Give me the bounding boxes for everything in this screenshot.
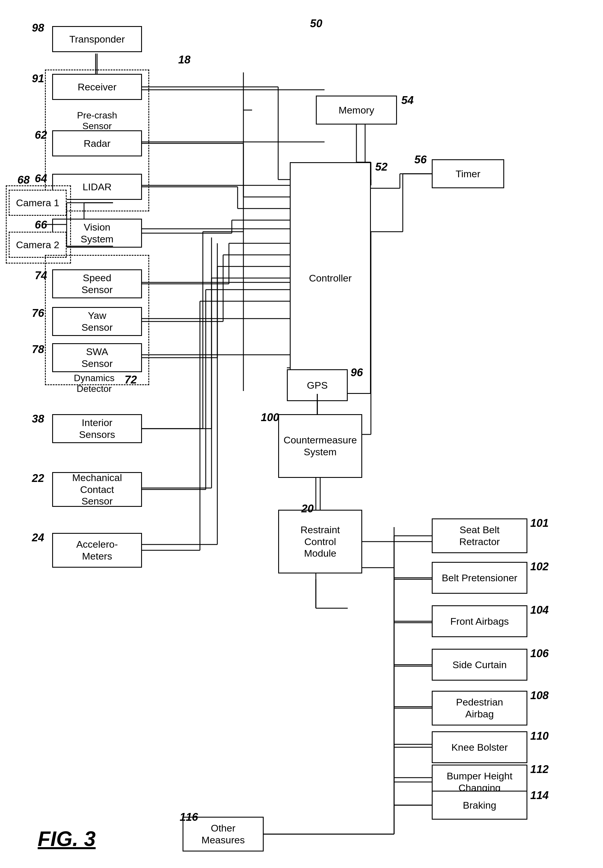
number-91: 91 bbox=[32, 72, 44, 85]
number-56: 56 bbox=[414, 154, 427, 166]
number-112: 112 bbox=[530, 763, 549, 775]
restraint-control-box: RestraintControlModule bbox=[278, 510, 362, 574]
front-airbags-box: Front Airbags bbox=[432, 605, 527, 637]
number-72: 72 bbox=[125, 374, 137, 386]
number-62: 62 bbox=[35, 129, 47, 141]
number-18: 18 bbox=[178, 54, 190, 66]
number-38: 38 bbox=[32, 413, 44, 425]
mechanical-contact-box: MechanicalContactSensor bbox=[52, 472, 142, 507]
number-100: 100 bbox=[261, 411, 279, 424]
interior-sensors-box: InteriorSensors bbox=[52, 414, 142, 443]
braking-box: Braking bbox=[432, 791, 527, 820]
yaw-sensor-box: YawSensor bbox=[52, 307, 142, 336]
accelerometers-box: Accelero-Meters bbox=[52, 533, 142, 568]
number-20: 20 bbox=[302, 503, 314, 515]
number-104: 104 bbox=[530, 604, 549, 616]
seat-belt-box: Seat BeltRetractor bbox=[432, 518, 527, 553]
number-106: 106 bbox=[530, 647, 549, 660]
swa-sensor-box: SWASensor bbox=[52, 343, 142, 372]
number-102: 102 bbox=[530, 560, 549, 573]
number-98: 98 bbox=[32, 22, 44, 34]
figure-label: FIG. 3 bbox=[38, 827, 96, 851]
number-96: 96 bbox=[351, 366, 363, 379]
knee-bolster-box: Knee Bolster bbox=[432, 731, 527, 763]
gps-box: GPS bbox=[287, 369, 348, 401]
diagram-number-50: 50 bbox=[310, 17, 322, 30]
belt-pretensioner-box: Belt Pretensioner bbox=[432, 562, 527, 594]
transponder-box: Transponder bbox=[52, 26, 142, 52]
speed-sensor-box: SpeedSensor bbox=[52, 269, 142, 298]
number-101: 101 bbox=[530, 517, 549, 529]
controller-box: Controller bbox=[290, 162, 371, 394]
number-64: 64 bbox=[35, 172, 47, 185]
number-76: 76 bbox=[32, 307, 44, 319]
number-24: 24 bbox=[32, 532, 44, 544]
camera-group-dashed bbox=[6, 185, 71, 264]
number-74: 74 bbox=[35, 269, 47, 282]
side-curtain-box: Side Curtain bbox=[432, 649, 527, 681]
number-116: 116 bbox=[180, 811, 198, 823]
timer-box: Timer bbox=[432, 159, 504, 188]
countermeasure-box: CountermeasureSystem bbox=[278, 414, 362, 478]
number-52: 52 bbox=[375, 161, 387, 173]
memory-box: Memory bbox=[316, 96, 397, 125]
number-114: 114 bbox=[530, 789, 549, 802]
number-68: 68 bbox=[17, 174, 29, 186]
radar-box: Radar bbox=[52, 130, 142, 156]
pedestrian-airbag-box: PedestrianAirbag bbox=[432, 691, 527, 726]
diagram: 50 Transponder 98 Receiver 91 Pre-crashS… bbox=[0, 0, 603, 868]
number-22: 22 bbox=[32, 472, 44, 484]
number-108: 108 bbox=[530, 689, 549, 702]
number-54: 54 bbox=[401, 94, 413, 106]
number-78: 78 bbox=[32, 343, 44, 356]
number-110: 110 bbox=[530, 730, 549, 742]
